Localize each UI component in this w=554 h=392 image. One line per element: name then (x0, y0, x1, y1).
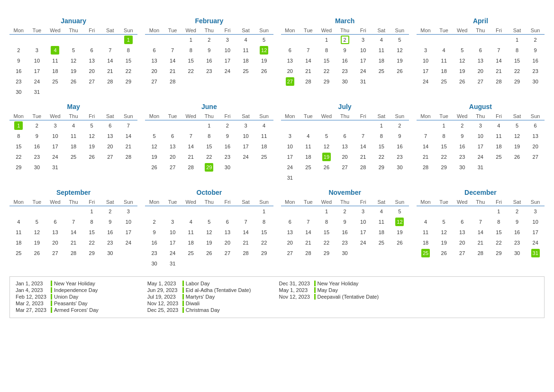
day-cell (236, 206, 255, 217)
holiday-indicator (51, 301, 52, 306)
day-number: 18 (377, 228, 386, 237)
day-number: 3 (476, 121, 485, 130)
day-cell: 19 (145, 152, 163, 162)
day-cell: 22 (435, 152, 453, 162)
weekday-header: Sun (391, 198, 409, 206)
weekday-header: Fri (354, 112, 372, 120)
day-number: 29 (494, 249, 503, 257)
day-cell (64, 87, 83, 97)
day-number: 27 (223, 249, 232, 257)
day-number: 13 (150, 56, 159, 65)
weekday-header: Wed (453, 112, 472, 120)
day-cell: 9 (336, 217, 354, 227)
day-number: 23 (458, 153, 466, 161)
holiday-name: Labor Day (186, 281, 210, 286)
day-number: 3 (168, 218, 177, 226)
day-number: 18 (494, 142, 503, 151)
day-number: 24 (359, 238, 367, 247)
day-cell: 27 (46, 248, 64, 258)
day-number: 6 (341, 132, 349, 140)
day-number: 3 (242, 121, 250, 130)
holiday-day: 12 (260, 46, 268, 55)
day-number: 26 (458, 77, 466, 86)
day-number: 27 (341, 163, 349, 172)
day-number: 8 (14, 132, 23, 140)
day-number: 29 (14, 163, 23, 172)
day-cell: 10 (281, 141, 300, 152)
month-table: MonTueWedThuFriSatSun1234567891011121314… (281, 27, 409, 87)
day-number: 19 (88, 142, 96, 151)
month-table: MonTueWedThuFriSatSun1234567891011121314… (417, 27, 545, 87)
weekday-header: Fri (218, 112, 237, 120)
day-cell: 24 (119, 237, 138, 248)
day-number: 26 (69, 77, 78, 86)
day-cell: 27 (472, 76, 490, 87)
day-number: 11 (69, 132, 78, 140)
day-number: 14 (304, 228, 312, 237)
day-cell (391, 248, 409, 258)
day-number: 24 (476, 153, 485, 161)
day-cell: 19 (200, 237, 218, 248)
day-cell: 12 (391, 217, 409, 227)
day-number: 29 (322, 249, 331, 257)
day-cell: 1 (508, 35, 527, 46)
day-cell: 3 (46, 120, 64, 131)
day-cell: 29 (9, 162, 28, 173)
day-number: 30 (341, 77, 349, 86)
holiday-day: 12 (395, 218, 404, 226)
weekday-header: Sat (236, 112, 255, 120)
day-number: 17 (223, 56, 232, 65)
weekday-header: Sat (508, 112, 527, 120)
day-cell: 22 (82, 237, 101, 248)
day-cell: 19 (318, 152, 336, 162)
day-number: 31 (286, 173, 294, 182)
day-cell (64, 35, 83, 46)
day-number: 21 (304, 67, 312, 75)
day-cell: 27 (453, 248, 472, 258)
month-block-october: OctoberMonTueWedThuFriSatSun123456789101… (145, 189, 273, 269)
weekday-header: Sun (255, 198, 273, 206)
day-cell: 31 (472, 162, 490, 173)
day-number: 2 (458, 121, 466, 130)
day-cell (417, 120, 435, 131)
day-cell (299, 120, 318, 131)
day-cell: 13 (101, 131, 119, 141)
day-cell: 3 (218, 35, 237, 46)
day-number: 11 (14, 228, 23, 237)
day-cell (182, 258, 200, 269)
holiday-name: May Day (318, 287, 338, 293)
holiday-entry: Jan 1, 2023New Year Holiday (16, 281, 144, 286)
day-cell (119, 162, 138, 173)
day-number: 11 (304, 142, 312, 151)
day-cell: 15 (508, 55, 527, 66)
holiday-day-outline: 2 (341, 36, 349, 44)
day-number: 15 (88, 228, 96, 237)
day-cell: 31 (526, 248, 545, 258)
month-table: MonTueWedThuFriSatSun1234567891011121314… (9, 27, 137, 97)
day-cell: 6 (218, 217, 237, 227)
day-cell: 6 (472, 45, 490, 55)
day-cell: 8 (318, 217, 336, 227)
day-cell (281, 206, 300, 217)
day-number: 8 (187, 46, 195, 55)
day-number: 10 (286, 142, 294, 151)
day-cell (9, 35, 28, 46)
holiday-date: Jul 19, 2023 (147, 294, 181, 300)
day-number: 19 (260, 56, 268, 65)
day-number: 5 (260, 36, 268, 44)
day-number: 4 (494, 121, 503, 130)
day-number: 26 (395, 67, 404, 75)
day-number: 10 (531, 218, 540, 226)
holiday-indicator (182, 307, 184, 313)
holiday-day: 29 (205, 163, 213, 172)
holiday-name: Union Day (54, 294, 78, 300)
day-cell: 25 (417, 248, 435, 258)
day-cell: 20 (46, 237, 64, 248)
day-number: 16 (106, 228, 114, 237)
day-number: 13 (51, 228, 59, 237)
holiday-entry: May 1, 2023May Day (279, 287, 407, 293)
day-number: 4 (440, 46, 448, 55)
month-block-march: MarchMonTueWedThuFriSatSun12345678910111… (281, 17, 409, 97)
day-cell: 3 (281, 131, 300, 141)
day-number: 24 (359, 67, 367, 75)
